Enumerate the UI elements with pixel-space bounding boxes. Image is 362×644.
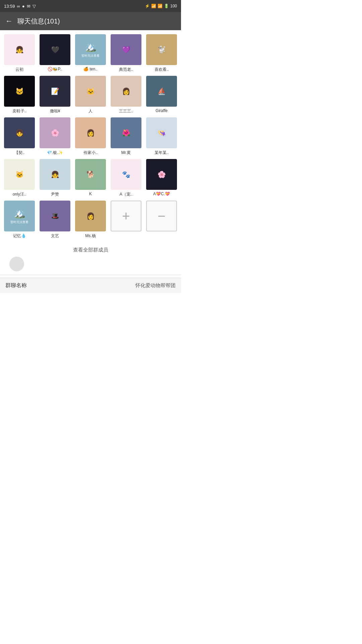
member-item[interactable]: 🐩喜欢看.. — [145, 34, 178, 72]
status-left: 13:59 ∞ ● ✉ ▽ — [4, 4, 36, 9]
avatar-emoji: 👩 — [75, 117, 106, 148]
battery-icon: 🔋 — [164, 4, 169, 8]
member-item[interactable]: 👩三三三.. — [109, 76, 143, 114]
avatar-emoji: 👩 — [111, 76, 141, 107]
member-avatar: 👩 — [75, 201, 106, 231]
member-name: 云初 — [4, 67, 35, 72]
member-avatar: 🐱 — [4, 159, 35, 190]
member-name: 三三三.. — [111, 108, 141, 114]
status-right: ⚡ 📶 📶 🔋 100 — [145, 4, 177, 8]
back-button[interactable]: ← — [5, 17, 13, 25]
member-name: only汪.. — [4, 192, 35, 197]
member-item[interactable]: 🐾A（宠.. — [109, 159, 143, 197]
member-avatar: 📝 — [40, 76, 70, 107]
member-avatar: 🌺 — [111, 117, 141, 148]
member-name: 文艺 — [40, 233, 70, 239]
remove-member-item[interactable]: − — [145, 201, 178, 239]
avatar-emoji: 🖤 — [40, 34, 70, 65]
member-avatar: 👩 — [75, 117, 106, 148]
avatar-emoji: 🌸 — [40, 117, 70, 148]
members-area: 👧云初🖤🚫🐝P.. 🏔️ 暂时无法查看 🍊 ten..💜典范老..🐩喜欢看..🐱… — [0, 30, 181, 271]
member-name: 卖鞋子.. — [4, 108, 35, 114]
member-item[interactable]: 🐱only汪.. — [3, 159, 36, 197]
avatar-unavailable: 🏔️ 暂时无法查看 — [4, 201, 35, 231]
avatar-emoji: 🌺 — [111, 117, 141, 148]
avatar-emoji: 👧 — [4, 117, 35, 148]
member-item[interactable]: 👩伶家小.. — [74, 117, 107, 156]
member-avatar: 👩 — [111, 76, 141, 107]
member-name: 🚫🐝P.. — [40, 67, 70, 71]
member-item[interactable]: 👧尹赞 — [38, 159, 72, 197]
member-name: Ms.杨 — [75, 233, 106, 239]
mail-icon: ✉ — [27, 4, 31, 9]
member-item[interactable]: 💜典范老.. — [109, 34, 143, 72]
member-item[interactable]: 📝撒啦¥ — [38, 76, 72, 114]
add-member-button[interactable]: + — [111, 201, 141, 231]
member-avatar: 🖤 — [40, 34, 70, 65]
member-avatar: ⛵ — [146, 76, 177, 107]
member-item[interactable]: 🖤🚫🐝P.. — [38, 34, 72, 72]
member-item[interactable]: 👒某年某.. — [145, 117, 178, 156]
member-avatar: 🌸 — [40, 117, 70, 148]
member-name: 人 — [75, 108, 106, 114]
member-item[interactable]: 🐱卖鞋子.. — [3, 76, 36, 114]
avatar-emoji: ⛵ — [146, 76, 177, 107]
avatar-emoji: 🐾 — [111, 159, 141, 190]
member-name: 典范老.. — [111, 67, 141, 72]
member-item[interactable]: 👩Ms.杨 — [74, 201, 107, 239]
member-item[interactable]: 👧【契.. — [3, 117, 36, 156]
member-avatar: 🏔️ 暂时无法查看 — [75, 34, 106, 65]
member-name: 伶家小.. — [75, 150, 106, 156]
member-item[interactable]: 👧云初 — [3, 34, 36, 72]
avatar-emoji: 🌸 — [146, 159, 177, 190]
member-item[interactable]: 🌸💎.银.✨ — [38, 117, 72, 156]
avatar-emoji: 👧 — [40, 159, 70, 190]
avatar-unavailable: 🏔️ 暂时无法查看 — [75, 34, 106, 65]
battery-level: 100 — [170, 4, 177, 8]
member-item[interactable]: 🐕K — [74, 159, 107, 197]
member-item[interactable]: 🎩文艺 — [38, 201, 72, 239]
member-avatar: 🐩 — [146, 34, 177, 65]
member-name: 记忆💧 — [4, 233, 35, 239]
avatar-emoji: 🐕 — [75, 159, 106, 190]
member-name: 撒啦¥ — [40, 108, 70, 114]
member-item[interactable]: 🌸A💝C.💝 — [145, 159, 178, 197]
avatar-emoji: 👒 — [146, 117, 177, 148]
inbox-icon: ▽ — [33, 4, 36, 9]
page-title: 聊天信息(101) — [17, 17, 60, 26]
avatar-emoji: 👧 — [4, 34, 35, 65]
member-name: A💝C.💝 — [146, 192, 177, 196]
member-name: Giraffe — [146, 108, 177, 113]
member-item[interactable]: 🏔️ 暂时无法查看 🍊 ten.. — [74, 34, 107, 72]
wifi-icon: 📶 — [151, 4, 156, 8]
member-avatar: 🐕 — [75, 159, 106, 190]
avatar-emoji: 🎩 — [40, 201, 70, 231]
remove-member-button[interactable]: − — [146, 201, 177, 231]
bluetooth-icon: ⚡ — [145, 4, 150, 8]
member-item[interactable]: 🐱人 — [74, 76, 107, 114]
member-item[interactable]: 🏔️ 暂时无法查看 记忆💧 — [3, 201, 36, 239]
member-name: 尹赞 — [40, 192, 70, 197]
view-all-button[interactable]: 查看全部群成员 — [3, 247, 178, 253]
group-name-label: 群聊名称 — [5, 282, 27, 289]
bottom-bar: 群聊名称 怀化爱动物帮帮团 — [0, 278, 181, 293]
time: 13:59 — [4, 4, 15, 9]
nav-bar: ← 聊天信息(101) — [0, 12, 181, 30]
member-avatar: 🏔️ 暂时无法查看 — [4, 201, 35, 231]
member-name: 喜欢看.. — [146, 67, 177, 72]
group-name-value[interactable]: 怀化爱动物帮帮团 — [135, 282, 176, 289]
member-avatar: 🐱 — [75, 76, 106, 107]
member-avatar: 🎩 — [40, 201, 70, 231]
member-avatar: 👧 — [40, 159, 70, 190]
avatar-emoji: 🐱 — [75, 76, 106, 107]
add-member-item[interactable]: + — [109, 201, 143, 239]
member-item[interactable]: ⛵Giraffe — [145, 76, 178, 114]
member-name: A（宠.. — [111, 192, 141, 197]
avatar-emoji: 📝 — [40, 76, 70, 107]
message-icon: ● — [22, 4, 25, 9]
member-name: 某年某.. — [146, 150, 177, 156]
infinity-icon: ∞ — [17, 4, 20, 9]
member-item[interactable]: 🌺Mr.黄 — [109, 117, 143, 156]
divider — [0, 275, 181, 275]
minus-icon: − — [158, 209, 165, 223]
